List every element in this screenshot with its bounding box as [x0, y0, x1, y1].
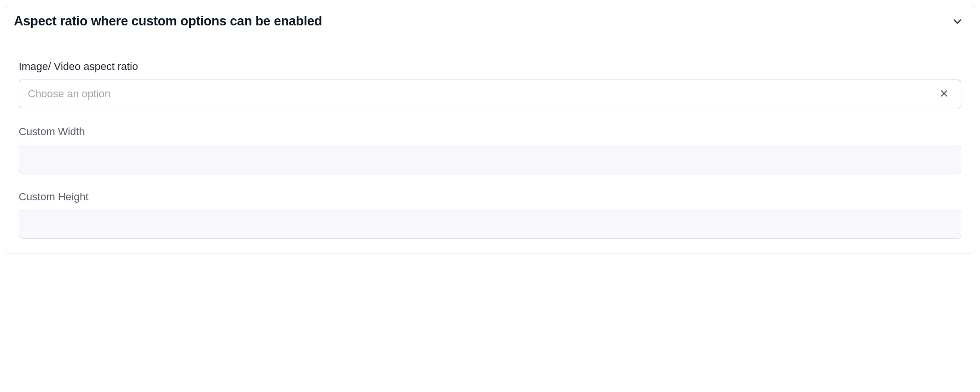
panel-body: Image/ Video aspect ratio Custom Width C…	[5, 34, 975, 253]
custom-height-input[interactable]	[19, 210, 961, 239]
custom-width-field: Custom Width	[19, 126, 961, 173]
custom-width-input[interactable]	[19, 145, 961, 173]
aspect-ratio-label: Image/ Video aspect ratio	[19, 60, 961, 73]
custom-height-field: Custom Height	[19, 191, 961, 239]
clear-button[interactable]	[936, 85, 952, 103]
aspect-ratio-field: Image/ Video aspect ratio	[19, 60, 961, 108]
chevron-down-icon	[951, 15, 964, 28]
custom-width-label: Custom Width	[19, 126, 961, 138]
close-icon	[939, 88, 949, 100]
aspect-ratio-panel: Aspect ratio where custom options can be…	[5, 5, 975, 254]
aspect-ratio-select[interactable]	[19, 80, 961, 108]
panel-title: Aspect ratio where custom options can be…	[14, 14, 322, 29]
aspect-ratio-input[interactable]	[28, 80, 936, 108]
custom-height-label: Custom Height	[19, 191, 961, 203]
panel-header[interactable]: Aspect ratio where custom options can be…	[5, 5, 975, 34]
